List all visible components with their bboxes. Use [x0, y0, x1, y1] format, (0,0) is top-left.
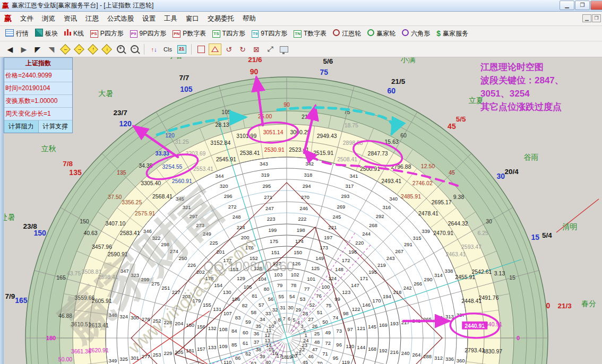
- tool-pointer-down[interactable]: ◥: [45, 44, 58, 55]
- tool-triangle-tool[interactable]: [209, 44, 221, 55]
- tool-screen[interactable]: [278, 44, 290, 55]
- tool-rotate-ccw[interactable]: ↺: [222, 44, 235, 55]
- svg-text:106: 106: [231, 296, 240, 302]
- tool-diamond-down[interactable]: ↓: [100, 44, 113, 55]
- svg-text:43.75: 43.75: [67, 270, 81, 276]
- svg-text:32: 32: [272, 307, 278, 313]
- svg-text:80: 80: [264, 286, 270, 292]
- toolbar-button-sectors[interactable]: 板块: [33, 28, 59, 39]
- minimize-button[interactable]: ▁: [560, 1, 574, 10]
- calc-support-button[interactable]: 计算支撑: [39, 120, 73, 133]
- toolbar-button-p-square[interactable]: PSP四方形: [89, 28, 125, 39]
- svg-text:4830.97: 4830.97: [482, 348, 502, 354]
- menu-item-3[interactable]: 江恩: [81, 13, 103, 25]
- child-restore-button[interactable]: ❐: [592, 14, 601, 22]
- svg-text:6.25: 6.25: [477, 230, 488, 236]
- tool-next[interactable]: ▶: [18, 44, 30, 55]
- svg-text:289: 289: [434, 315, 443, 320]
- menu-bar: 赢 文件浏览资讯江恩公式选股设置工具窗口交易委托帮助 ▁ ❐: [0, 12, 602, 26]
- svg-text:18.75: 18.75: [345, 122, 358, 128]
- menu-item-9[interactable]: 帮助: [238, 13, 260, 25]
- svg-text:5/4: 5/4: [542, 231, 552, 239]
- tool-square-tool[interactable]: [195, 44, 208, 55]
- svg-text:123: 123: [342, 289, 350, 295]
- svg-text:74: 74: [333, 315, 339, 320]
- tool-boxed-x[interactable]: ⊠: [250, 44, 263, 55]
- svg-text:73: 73: [336, 328, 342, 334]
- svg-text:156: 156: [197, 324, 205, 330]
- svg-text:62: 62: [245, 351, 251, 357]
- svg-text:194: 194: [383, 293, 391, 299]
- menu-item-0[interactable]: 文件: [16, 13, 38, 25]
- svg-text:135: 135: [117, 169, 126, 176]
- svg-text:52: 52: [309, 302, 315, 308]
- svg-text:224: 224: [237, 224, 245, 230]
- toolbar-button-gann-wheel[interactable]: 江恩轮: [331, 28, 363, 39]
- menu-item-6[interactable]: 工具: [160, 13, 182, 25]
- p-square-label: P四方形: [100, 29, 124, 38]
- svg-text:196: 196: [349, 249, 357, 255]
- winner-service-label: 赢家服务: [443, 29, 468, 38]
- conversion-row: 变换系数=1.00000: [4, 95, 72, 108]
- svg-text:60: 60: [388, 86, 396, 95]
- menu-item-4[interactable]: 公式选股: [103, 13, 138, 25]
- svg-text:319: 319: [261, 172, 270, 178]
- menu-item-2[interactable]: 资讯: [59, 13, 81, 25]
- tool-zoom-in[interactable]: +: [114, 44, 127, 55]
- market-quotes-icon: [5, 29, 14, 38]
- toolbar-button-p-number-table[interactable]: PNP数字表: [171, 28, 208, 39]
- tool-diamond-left[interactable]: ←: [59, 44, 72, 55]
- menu-item-8[interactable]: 交易委托: [203, 13, 238, 25]
- menu-item-1[interactable]: 浏览: [38, 13, 59, 25]
- drawing-toolbar: ◀▶◤◥←→↑↓+−↑↓Cls21↺↻⊠⤢: [0, 41, 602, 57]
- child-minimize-button[interactable]: ▁: [582, 14, 591, 22]
- application-window: 赢 赢家江恩专业版[赢家服务平台] - [上证指数 江恩轮] ▁ ❐ 赢 文件浏…: [0, 0, 602, 364]
- svg-text:39: 39: [260, 353, 265, 359]
- toolbar-button-winner-service[interactable]: $赢家服务: [435, 28, 470, 39]
- svg-text:81: 81: [252, 293, 257, 299]
- svg-text:3254.55: 3254.55: [162, 163, 182, 170]
- toolbar-button-market-quotes[interactable]: 行情: [4, 28, 30, 39]
- toolbar-button-winner-wheel[interactable]: 赢家轮: [366, 28, 397, 39]
- tool-diamond-up[interactable]: ↑: [87, 44, 99, 55]
- svg-text:3051.14: 3051.14: [263, 129, 283, 135]
- tool-pointer-up[interactable]: ◤: [31, 44, 44, 55]
- svg-text:2553.41: 2553.41: [193, 166, 213, 172]
- calc-resistance-button[interactable]: 计算阻力: [4, 120, 39, 133]
- tool-updown[interactable]: ↑↓: [148, 44, 160, 55]
- svg-text:47: 47: [312, 346, 318, 352]
- svg-text:38: 38: [256, 346, 262, 352]
- svg-text:3: 3: [300, 323, 303, 329]
- toolbar-button-9t-square[interactable]: T99T四方形: [250, 28, 289, 39]
- svg-text:168: 168: [368, 346, 376, 352]
- svg-text:251: 251: [161, 285, 170, 291]
- tool-calendar[interactable]: 21: [175, 44, 188, 55]
- tool-zoom-out[interactable]: −: [128, 44, 141, 55]
- tool-cls[interactable]: Cls: [161, 44, 174, 55]
- toolbar-button-9p-square[interactable]: P99P四方形: [128, 28, 168, 39]
- svg-text:30: 30: [486, 218, 492, 224]
- toolbar-button-kline[interactable]: K线: [63, 28, 85, 39]
- tool-diamond-right[interactable]: →: [73, 44, 85, 55]
- svg-text:2493.41: 2493.41: [381, 178, 401, 184]
- restore-button[interactable]: ❐: [575, 1, 590, 10]
- tool-collapse-arrows[interactable]: ⤢: [264, 44, 277, 55]
- p-number-table-label: P数字表: [183, 29, 206, 38]
- time-row: 时间=20190104: [4, 82, 72, 95]
- tool-rotate-cw[interactable]: ↻: [236, 44, 249, 55]
- tool-prev[interactable]: ◀: [4, 44, 16, 55]
- svg-text:264: 264: [412, 352, 420, 358]
- toolbar-button-t-square[interactable]: TST四方形: [211, 28, 247, 39]
- menu-item-5[interactable]: 设置: [138, 13, 160, 25]
- close-button[interactable]: [590, 1, 602, 10]
- toolbar-button-hexagon[interactable]: 六角形: [400, 28, 432, 39]
- svg-text:150: 150: [294, 249, 302, 255]
- svg-text:133: 133: [208, 344, 217, 350]
- toolbar-button-t-number-table[interactable]: TNT数字表: [292, 28, 328, 39]
- svg-text:33: 33: [265, 310, 271, 316]
- svg-text:76: 76: [316, 293, 322, 299]
- svg-text:40.63: 40.63: [83, 230, 97, 236]
- svg-text:173: 173: [320, 245, 328, 250]
- svg-text:2470.91: 2470.91: [433, 230, 453, 236]
- menu-item-7[interactable]: 窗口: [182, 13, 203, 25]
